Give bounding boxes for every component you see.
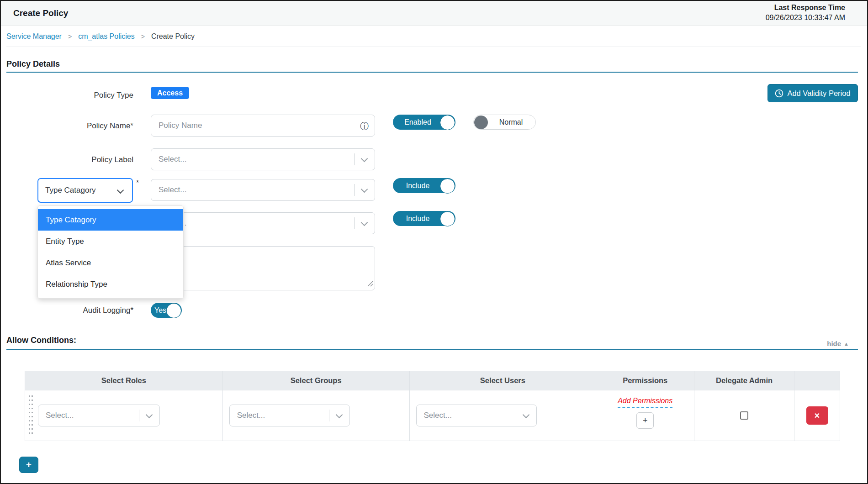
menu-item-entity-type[interactable]: Entity Type (38, 231, 183, 252)
hide-label: hide (827, 340, 841, 347)
policy-type-label: Policy Type (6, 91, 133, 100)
audit-logging-toggle-label: Yes (154, 306, 166, 315)
resource-value-select[interactable]: Select... (151, 179, 375, 201)
info-icon: ⓘ (360, 121, 369, 132)
column-header-delegate-admin: Delegate Admin (694, 371, 794, 390)
select-divider (329, 410, 329, 421)
last-response-time: Last Response Time 09/26/2023 10:33:47 A… (766, 4, 845, 22)
delete-row-button[interactable]: ✕ (806, 406, 828, 425)
chevron-down-icon (361, 155, 368, 163)
delegate-admin-checkbox[interactable] (740, 411, 748, 420)
section-divider (6, 349, 858, 350)
column-header-permissions: Permissions (596, 371, 694, 390)
breadcrumb-separator: > (68, 33, 72, 40)
groups-select-placeholder: Select... (237, 411, 265, 420)
users-cell: Select... (410, 390, 597, 441)
groups-cell: Select... (223, 390, 410, 441)
policy-label-placeholder: Select... (159, 155, 186, 164)
include-toggle-2[interactable]: Include (393, 211, 455, 226)
page-title: Create Policy (13, 8, 68, 18)
menu-item-atlas-service[interactable]: Atlas Service (38, 252, 183, 274)
chevron-down-icon (361, 186, 368, 193)
allow-conditions-heading: Allow Conditions: (6, 336, 76, 345)
hide-section-link[interactable]: hide ▲ (827, 340, 849, 347)
top-bar: Create Policy Last Response Time 09/26/2… (1, 1, 867, 26)
chevron-down-icon (146, 411, 153, 419)
create-policy-page: Create Policy Last Response Time 09/26/2… (0, 0, 868, 484)
select-divider (354, 153, 355, 165)
roles-select-placeholder: Select... (46, 411, 74, 420)
breadcrumb-separator: > (141, 33, 145, 40)
policy-label-select[interactable]: Select... (151, 148, 375, 170)
policy-name-input[interactable] (151, 115, 375, 136)
add-validity-period-label: Add Validity Period (787, 89, 850, 98)
select-divider (354, 217, 355, 229)
chevron-down-icon (117, 187, 124, 194)
policy-details-heading: Policy Details (6, 59, 60, 69)
column-header-select-groups: Select Groups (223, 371, 410, 390)
clock-icon (775, 89, 783, 98)
include-toggle-1-label: Include (406, 182, 430, 190)
allow-conditions-table: Select Roles Select Groups Select Users … (25, 371, 840, 441)
menu-item-relationship-type[interactable]: Relationship Type (38, 274, 183, 295)
select-divider (139, 410, 139, 421)
table-row: Select... Select... Select... (25, 390, 840, 441)
select-divider (516, 410, 516, 421)
policy-type-badge: Access (151, 87, 189, 99)
normal-override-toggle[interactable]: Normal (473, 115, 536, 130)
breadcrumb-service-manager[interactable]: Service Manager (6, 32, 62, 41)
last-response-time-label: Last Response Time (766, 4, 845, 12)
breadcrumb: Service Manager > cm_atlas Policies > Cr… (6, 26, 861, 47)
resize-handle-icon[interactable] (367, 280, 373, 289)
enabled-toggle[interactable]: Enabled (393, 115, 455, 130)
column-header-select-users: Select Users (410, 371, 597, 390)
normal-toggle-label: Normal (499, 118, 523, 126)
policy-label-label: Policy Label (6, 155, 133, 164)
delegate-admin-cell (694, 390, 794, 441)
roles-select[interactable]: Select... (38, 405, 160, 426)
include-toggle-1[interactable]: Include (393, 178, 455, 193)
section-divider (6, 72, 858, 73)
groups-select[interactable]: Select... (229, 405, 350, 426)
caret-up-icon: ▲ (844, 341, 849, 347)
roles-cell: Select... (25, 390, 223, 441)
enabled-toggle-label: Enabled (404, 118, 431, 126)
description-textarea[interactable] (151, 246, 375, 290)
column-header-actions (794, 371, 840, 390)
chevron-down-icon (335, 411, 343, 419)
add-permissions-link[interactable]: Add Permissions (618, 397, 672, 408)
resource-type-menu: Type Catagory Entity Type Atlas Service … (37, 205, 184, 299)
required-asterisk: * (136, 179, 139, 187)
users-select[interactable]: Select... (416, 405, 537, 426)
last-response-time-value: 09/26/2023 10:33:47 AM (766, 14, 845, 22)
policy-name-label: Policy Name* (6, 121, 133, 131)
select-divider (108, 184, 108, 197)
add-validity-period-button[interactable]: Add Validity Period (767, 84, 858, 102)
permissions-cell: Add Permissions + (596, 390, 694, 441)
select-divider (354, 184, 355, 196)
resource-value-placeholder: Select... (159, 185, 186, 195)
add-condition-row-button[interactable]: + (19, 457, 38, 473)
breadcrumb-cm-atlas-policies[interactable]: cm_atlas Policies (78, 32, 135, 41)
audit-logging-label: Audit Logging* (6, 306, 133, 315)
table-header-row: Select Roles Select Groups Select Users … (25, 371, 840, 390)
resource-type-select[interactable]: Type Catagory (37, 178, 133, 203)
audit-logging-toggle[interactable]: Yes (151, 303, 182, 318)
policy-name-field-wrap: ⓘ (151, 115, 375, 137)
add-permission-button[interactable]: + (636, 412, 654, 429)
chevron-down-icon (361, 219, 368, 226)
chevron-down-icon (522, 411, 529, 419)
users-select-placeholder: Select... (424, 411, 452, 420)
resource-type-value: Type Catagory (45, 186, 96, 195)
include-toggle-2-label: Include (406, 215, 430, 223)
column-header-select-roles: Select Roles (25, 371, 223, 390)
menu-item-type-catagory[interactable]: Type Catagory (38, 209, 183, 231)
actions-cell: ✕ (794, 390, 840, 441)
drag-handle[interactable] (29, 395, 33, 436)
breadcrumb-current: Create Policy (151, 32, 195, 41)
second-resource-select[interactable]: Select... (151, 212, 375, 234)
